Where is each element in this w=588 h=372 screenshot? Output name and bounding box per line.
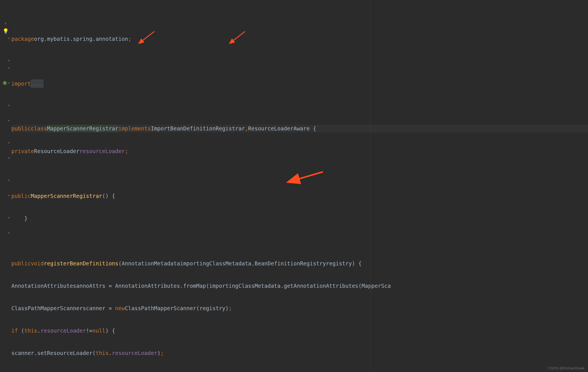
fold-toggle-class[interactable] [0, 35, 11, 42]
fold-toggle-import[interactable] [0, 20, 11, 27]
fold-toggle-if2[interactable] [0, 139, 11, 147]
fold-end-ctor[interactable] [0, 64, 11, 72]
keyword-class: class [31, 125, 47, 132]
keyword-package: package [11, 35, 34, 43]
code-line[interactable]: private ResourceLoader resourceLoader; [11, 147, 588, 155]
keyword-implements: implements [119, 125, 151, 132]
code-line[interactable]: AnnotationAttributes annoAttrs = Annotat… [11, 282, 588, 289]
annotation-arrow-3 [275, 162, 326, 193]
fold-end-if2[interactable] [0, 154, 11, 162]
fold-end-if3[interactable] [0, 192, 11, 199]
watermark-text: CSDN @RichardGeek [548, 366, 585, 370]
gutter: 💡 [0, 0, 11, 372]
folded-imports[interactable]: ... [31, 80, 44, 88]
class-name: MapperScannerRegistrar [47, 125, 119, 132]
code-area[interactable]: package org.mybatis.spring.annotation; i… [11, 0, 588, 372]
code-editor[interactable]: 💡 package org.mybatis.spring.annotation;… [0, 0, 588, 372]
code-line[interactable]: public MapperScannerRegistrar() { [11, 192, 588, 200]
interface-1: ImportBeanDefinitionRegistrar [151, 125, 245, 132]
class-declaration-line[interactable]: public class MapperScannerRegistrar impl… [11, 125, 588, 132]
code-line[interactable]: if (this.resourceLoader != null) { [11, 327, 588, 334]
keyword-void: void [31, 260, 44, 267]
code-line[interactable]: } [11, 215, 588, 222]
code-line[interactable]: scanner.setResourceLoader(this.resourceL… [11, 349, 588, 357]
keyword-new: new [115, 305, 125, 312]
method-registerbeandefinitions: registerBeanDefinitions [44, 260, 118, 267]
code-line[interactable]: import ... [11, 80, 588, 87]
code-line[interactable]: public void registerBeanDefinitions(Anno… [11, 260, 588, 267]
fold-end-if4[interactable] [0, 229, 11, 236]
keyword-private: private [11, 147, 34, 155]
keyword-public: public [11, 125, 31, 132]
type-resourceloader: ResourceLoader [34, 147, 79, 155]
code-line[interactable]: ClassPathMapperScanner scanner = new Cla… [11, 305, 588, 312]
code-line[interactable]: package org.mybatis.spring.annotation; [11, 35, 588, 43]
fold-toggle-if1[interactable] [0, 102, 11, 109]
fold-toggle-if3[interactable] [0, 177, 11, 184]
fold-end-if1[interactable] [0, 117, 11, 124]
keyword-import: import [11, 80, 31, 87]
fold-toggle-ctor[interactable] [0, 57, 11, 64]
field-resourceloader: resourceLoader [79, 147, 125, 155]
intention-bulb-icon[interactable]: 💡 [0, 27, 11, 35]
constructor-name: MapperScannerRegistrar [31, 192, 102, 200]
fold-toggle-method[interactable] [0, 79, 11, 87]
interface-2: ResourceLoaderAware [248, 125, 310, 132]
keyword-if: if [11, 327, 18, 334]
package-name: org.mybatis.spring.annotation [34, 35, 128, 43]
right-margin-guide [370, 0, 371, 372]
fold-toggle-if4[interactable] [0, 214, 11, 221]
